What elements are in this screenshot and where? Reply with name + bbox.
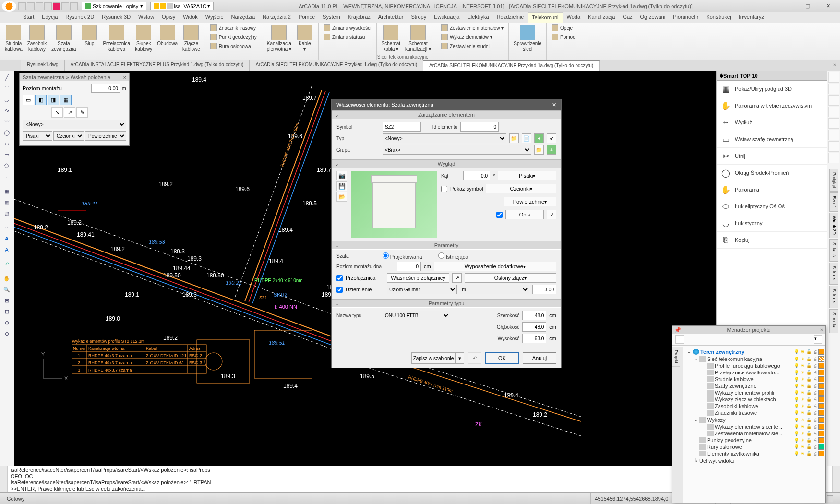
maximize-button[interactable]: ▢: [798, 0, 818, 12]
ribbon-tab[interactable]: Inwentaryz: [735, 12, 768, 23]
tname-select[interactable]: ONU 100 FTTB: [383, 311, 450, 320]
patch-launch[interactable]: ↗: [452, 273, 462, 283]
save-template-button[interactable]: Zapisz w szablonie▾: [411, 352, 464, 364]
vtab-widok3d[interactable]: Widok 3D: [829, 213, 838, 238]
tool-curve[interactable]: 〰: [1, 116, 12, 127]
ribbon-small[interactable]: Zestawienie materiałów ▾: [439, 24, 505, 32]
sketch-dropdown[interactable]: Szkicowanie i opisy ▾: [82, 2, 146, 10]
ribbon-tab[interactable]: Architektur: [374, 12, 408, 23]
vtab-s2[interactable]: S. ka. ś.: [829, 263, 838, 285]
smart-item[interactable]: ✋Panorama: [717, 181, 827, 198]
ribbon-tab[interactable]: Woda: [563, 12, 585, 23]
rt-icon[interactable]: [828, 84, 839, 94]
drawing-canvas[interactable]: Y X 189.4 189.7 189.6 189.7 189.6 189.2 …: [14, 71, 716, 476]
pens-btn[interactable]: Pisaki ▾: [498, 171, 556, 180]
ribbon-tab[interactable]: Rysunek 2D: [61, 12, 98, 23]
pv-open[interactable]: 📂: [336, 192, 347, 202]
rt-icon[interactable]: [828, 153, 839, 163]
ribbon-tab[interactable]: Elektryka: [463, 12, 492, 23]
tree-node[interactable]: Punkty geodezyjne 💡☀🔓🖨: [684, 437, 824, 444]
pv-cam[interactable]: 📷: [336, 171, 347, 180]
insert-panel-close[interactable]: ×: [123, 74, 126, 80]
rt-icon[interactable]: [828, 95, 839, 106]
tree-node[interactable]: Zasobniki kablowe 💡☀🔓🖨: [684, 403, 824, 409]
equip-btn[interactable]: Wyposażenie dodatkowe ▾: [434, 262, 556, 271]
rt-icon[interactable]: [828, 107, 839, 117]
tool-region[interactable]: ▨: [1, 197, 12, 207]
tree-node[interactable]: Elementy użytkownika 💡☀🔓🖨: [684, 450, 824, 457]
bottom-input[interactable]: [397, 262, 421, 271]
group-btn[interactable]: 📁: [534, 145, 544, 155]
ref-icon-4[interactable]: ▦: [60, 95, 72, 105]
ref-icon-3[interactable]: ◨: [48, 95, 59, 105]
ground-select[interactable]: Uziom Galmar: [387, 285, 457, 294]
tool-zoom-out[interactable]: ⊖: [1, 328, 12, 339]
type-btn2[interactable]: 📄: [522, 133, 531, 143]
ribbon-small[interactable]: Wykaz elementów ▾: [439, 33, 494, 41]
tree-node[interactable]: Szafy zewnętrzne 💡☀🔓🖨: [684, 383, 824, 389]
ribbon-button[interactable]: Słup: [79, 24, 100, 47]
tree-node[interactable]: Przełącznice światłowodo... 💡☀🔓🖨: [684, 369, 824, 376]
qat-icon[interactable]: [61, 2, 69, 10]
minimize-button[interactable]: ―: [778, 0, 798, 12]
doc-tab[interactable]: Rysunek1.dwg: [21, 60, 65, 71]
snap-icon[interactable]: [827, 495, 833, 502]
ok-button[interactable]: OK: [485, 352, 519, 364]
ribbon-small[interactable]: Zestawienie studni: [439, 42, 492, 50]
ribbon-button[interactable]: Studniakablowa: [3, 24, 24, 53]
ribbon-small[interactable]: Rura osłonowa: [208, 42, 253, 50]
tool-hatch[interactable]: ▦: [1, 186, 12, 196]
tool-zoom-in[interactable]: ⊕: [1, 317, 12, 328]
ribbon-button[interactable]: Zasobnikkablowy: [25, 24, 49, 53]
tree-node[interactable]: ↳Uchwyt widoku: [684, 457, 824, 464]
vtab-podglad[interactable]: Podgląd: [829, 169, 838, 192]
tree-node[interactable]: Studnie kablowe 💡☀🔓🖨: [684, 376, 824, 383]
type-select[interactable]: <Nowy>: [383, 133, 506, 143]
rt-icon[interactable]: [828, 130, 839, 140]
qat-icon[interactable]: [53, 2, 60, 10]
doc-tab-close[interactable]: ×: [829, 60, 840, 71]
smart-item[interactable]: ✋Panorama w trybie rzeczywistym: [717, 97, 827, 114]
type-check[interactable]: ✔: [547, 133, 556, 143]
smart-item[interactable]: ◯Okrąg Środek-Promień: [717, 165, 827, 181]
rt-icon[interactable]: [828, 72, 839, 83]
surf-btn[interactable]: Powierzchnie ▾: [504, 197, 556, 206]
tool-text[interactable]: A: [1, 233, 12, 244]
ground-cb[interactable]: [336, 287, 343, 293]
desc-cb[interactable]: [496, 212, 503, 218]
tool-dim[interactable]: ↔: [1, 222, 12, 233]
ribbon-button[interactable]: Słupekkablowy: [133, 24, 154, 53]
qat-icon[interactable]: [44, 2, 52, 10]
smart-item[interactable]: ▦Pokaż/Ukryj podgląd 3D: [717, 81, 827, 97]
ribbon-button[interactable]: Szafazewnętrzna: [49, 24, 78, 53]
level-input[interactable]: [91, 84, 120, 93]
ribbon-tab[interactable]: Wyjście: [202, 12, 228, 23]
ribbon-tab[interactable]: Krajobraz: [344, 12, 374, 23]
ribbon-tab[interactable]: Narzędzia 2: [259, 12, 295, 23]
ribbon-small[interactable]: Zmiana statusu: [322, 33, 367, 41]
tree-node[interactable]: Zestawienia materiałów sie... 💡☀🔓🖨: [684, 430, 824, 437]
tool-mtext[interactable]: A: [1, 244, 12, 255]
ref-icon-6[interactable]: ↗: [64, 107, 75, 118]
fonts-btn[interactable]: Czcionki ▾: [486, 184, 556, 193]
ribbon-tab[interactable]: Telekomuni: [528, 12, 563, 23]
ribbon-tab[interactable]: Narzędzia: [228, 12, 259, 23]
ribbon-small[interactable]: Pomoc: [550, 33, 577, 41]
ribbon-button[interactable]: Przełącznicakablowa: [101, 24, 132, 53]
pm-side-tab[interactable]: Projekt: [672, 347, 680, 367]
qat-icon[interactable]: [70, 2, 78, 10]
ground-unit[interactable]: m: [460, 285, 530, 294]
patch-cb[interactable]: [336, 275, 343, 281]
ribbon-tab[interactable]: Edycja: [38, 12, 61, 23]
app-logo[interactable]: [2, 1, 16, 12]
ribbon-tab[interactable]: System: [319, 12, 344, 23]
ref-icon-5[interactable]: ↘: [51, 107, 63, 118]
ribbon-button[interactable]: Obudowa: [155, 24, 180, 47]
ribbon-small[interactable]: Zmiana wysokości: [322, 24, 373, 32]
type-add[interactable]: +: [534, 133, 544, 143]
ribbon-tab[interactable]: Rysunek 3D: [98, 12, 134, 23]
tree-node[interactable]: Wykazy elementów profili 💡☀🔓🖨: [684, 389, 824, 396]
rt-icon[interactable]: [828, 141, 839, 152]
tool-pan[interactable]: ✋: [1, 273, 12, 284]
tree-node[interactable]: ⌄Sieć telekomunikacyjna 💡☀🔓🖨: [684, 355, 824, 362]
